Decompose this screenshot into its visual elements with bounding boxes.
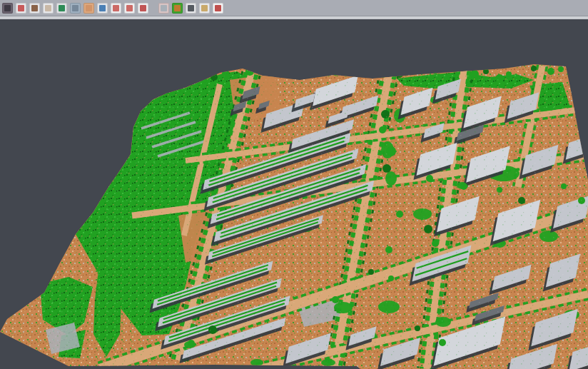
toolbar-button-show-orthomosaic[interactable] xyxy=(124,3,135,14)
show-region-icon xyxy=(140,5,146,11)
toolbar-button-measure[interactable] xyxy=(213,3,223,14)
show-model-icon xyxy=(72,5,78,11)
scene-svg[interactable] xyxy=(0,0,588,369)
toolbar-button-show-mesh[interactable] xyxy=(56,3,67,14)
measure-icon xyxy=(215,5,221,11)
toolbar-button-show-dense-cloud[interactable] xyxy=(29,3,40,14)
application-window xyxy=(0,0,588,369)
toolbar-button-show-cameras[interactable] xyxy=(186,3,196,14)
tree xyxy=(258,66,264,72)
toolbar-button-show-tiled-model[interactable] xyxy=(97,3,108,14)
toolbar-button-show-shapes[interactable] xyxy=(158,3,169,14)
toolbar-button-show-sparse-cloud[interactable] xyxy=(43,3,54,14)
show-dem-icon xyxy=(113,5,119,11)
show-markers-icon xyxy=(18,5,24,11)
point-classes-icon xyxy=(174,5,181,11)
tree xyxy=(347,68,353,74)
tree xyxy=(268,70,274,76)
toolbar-button-show-point-cloud[interactable] xyxy=(2,3,13,14)
show-mesh-icon xyxy=(59,5,65,11)
toolbar-button-show-texture[interactable] xyxy=(83,3,94,14)
toolbar-button-show-model[interactable] xyxy=(70,3,81,14)
show-dense-cloud-icon xyxy=(31,5,38,11)
show-tiled-model-icon xyxy=(99,5,106,11)
toolbar-button-show-markers[interactable] xyxy=(16,3,26,14)
toolbar-separator xyxy=(0,16,588,19)
show-orthomosaic-icon xyxy=(126,5,133,11)
show-cameras-icon xyxy=(188,5,194,11)
toolbar-button-show-dem[interactable] xyxy=(111,3,121,14)
show-labels-icon xyxy=(201,5,208,11)
toolbar-button-show-labels[interactable] xyxy=(199,3,210,14)
show-shapes-icon xyxy=(161,5,167,11)
show-point-cloud-icon xyxy=(4,5,11,11)
terrain-content xyxy=(0,61,588,369)
show-texture-icon xyxy=(86,5,92,11)
toolbar-button-point-classes[interactable] xyxy=(172,3,183,14)
3d-viewport[interactable] xyxy=(0,0,588,369)
toolbar-button-show-region[interactable] xyxy=(138,3,148,14)
tree xyxy=(332,69,339,76)
toolbar xyxy=(0,0,588,16)
show-sparse-cloud-icon xyxy=(45,5,51,11)
